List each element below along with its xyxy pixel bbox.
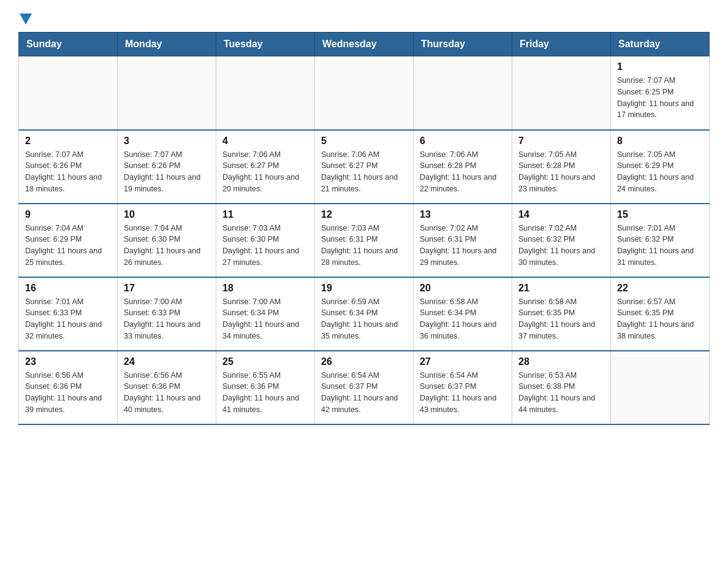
calendar-cell: 6Sunrise: 7:06 AM Sunset: 6:28 PM Daylig… <box>414 130 512 204</box>
day-header-row: SundayMondayTuesdayWednesdayThursdayFrid… <box>19 33 710 56</box>
calendar-week-row: 2Sunrise: 7:07 AM Sunset: 6:26 PM Daylig… <box>19 130 710 204</box>
day-info: Sunrise: 7:02 AM Sunset: 6:32 PM Dayligh… <box>518 223 604 269</box>
day-number: 14 <box>518 209 604 220</box>
calendar-cell: 12Sunrise: 7:03 AM Sunset: 6:31 PM Dayli… <box>315 204 414 277</box>
day-info: Sunrise: 7:06 AM Sunset: 6:27 PM Dayligh… <box>222 149 308 195</box>
day-of-week-header: Tuesday <box>216 33 315 56</box>
day-info: Sunrise: 7:07 AM Sunset: 6:25 PM Dayligh… <box>617 75 703 121</box>
day-number: 15 <box>617 209 703 220</box>
calendar-cell <box>216 56 315 130</box>
day-number: 4 <box>222 136 308 147</box>
calendar-week-row: 23Sunrise: 6:56 AM Sunset: 6:36 PM Dayli… <box>19 351 710 424</box>
calendar-cell: 20Sunrise: 6:58 AM Sunset: 6:34 PM Dayli… <box>414 277 512 351</box>
day-info: Sunrise: 7:04 AM Sunset: 6:29 PM Dayligh… <box>25 223 111 269</box>
day-info: Sunrise: 6:58 AM Sunset: 6:35 PM Dayligh… <box>518 296 604 342</box>
calendar-body: 1Sunrise: 7:07 AM Sunset: 6:25 PM Daylig… <box>19 56 710 424</box>
day-number: 20 <box>420 283 506 294</box>
calendar-cell: 17Sunrise: 7:00 AM Sunset: 6:33 PM Dayli… <box>118 277 216 351</box>
day-number: 5 <box>321 136 407 147</box>
day-info: Sunrise: 7:00 AM Sunset: 6:33 PM Dayligh… <box>124 296 210 342</box>
calendar-cell <box>315 56 414 130</box>
calendar-cell <box>414 56 512 130</box>
day-info: Sunrise: 7:00 AM Sunset: 6:34 PM Dayligh… <box>222 296 308 342</box>
calendar-cell <box>118 56 216 130</box>
day-info: Sunrise: 6:59 AM Sunset: 6:34 PM Dayligh… <box>321 296 407 342</box>
calendar-cell: 23Sunrise: 6:56 AM Sunset: 6:36 PM Dayli… <box>19 351 118 424</box>
day-number: 6 <box>420 136 506 147</box>
day-of-week-header: Wednesday <box>315 33 414 56</box>
calendar-cell: 18Sunrise: 7:00 AM Sunset: 6:34 PM Dayli… <box>216 277 315 351</box>
day-number: 10 <box>124 209 210 220</box>
day-info: Sunrise: 7:01 AM Sunset: 6:32 PM Dayligh… <box>617 223 703 269</box>
day-number: 23 <box>25 356 111 367</box>
day-number: 19 <box>321 283 407 294</box>
day-number: 18 <box>222 283 308 294</box>
calendar-cell: 10Sunrise: 7:04 AM Sunset: 6:30 PM Dayli… <box>118 204 216 277</box>
day-info: Sunrise: 7:03 AM Sunset: 6:31 PM Dayligh… <box>321 223 407 269</box>
day-number: 22 <box>617 283 703 294</box>
day-info: Sunrise: 6:58 AM Sunset: 6:34 PM Dayligh… <box>420 296 506 342</box>
day-number: 17 <box>124 283 210 294</box>
calendar-cell: 11Sunrise: 7:03 AM Sunset: 6:30 PM Dayli… <box>216 204 315 277</box>
day-info: Sunrise: 7:04 AM Sunset: 6:30 PM Dayligh… <box>124 223 210 269</box>
calendar-cell: 27Sunrise: 6:54 AM Sunset: 6:37 PM Dayli… <box>414 351 512 424</box>
calendar-cell: 2Sunrise: 7:07 AM Sunset: 6:26 PM Daylig… <box>19 130 118 204</box>
calendar-cell: 25Sunrise: 6:55 AM Sunset: 6:36 PM Dayli… <box>216 351 315 424</box>
day-number: 2 <box>25 136 111 147</box>
calendar-week-row: 16Sunrise: 7:01 AM Sunset: 6:33 PM Dayli… <box>19 277 710 351</box>
day-number: 24 <box>124 356 210 367</box>
calendar-cell: 28Sunrise: 6:53 AM Sunset: 6:38 PM Dayli… <box>512 351 611 424</box>
day-info: Sunrise: 7:05 AM Sunset: 6:29 PM Dayligh… <box>617 149 703 195</box>
calendar-cell: 7Sunrise: 7:05 AM Sunset: 6:28 PM Daylig… <box>512 130 611 204</box>
day-number: 3 <box>124 136 210 147</box>
day-info: Sunrise: 6:57 AM Sunset: 6:35 PM Dayligh… <box>617 296 703 342</box>
calendar-cell: 26Sunrise: 6:54 AM Sunset: 6:37 PM Dayli… <box>315 351 414 424</box>
day-number: 9 <box>25 209 111 220</box>
day-number: 28 <box>518 356 604 367</box>
day-info: Sunrise: 6:56 AM Sunset: 6:36 PM Dayligh… <box>124 370 210 416</box>
day-of-week-header: Saturday <box>611 33 710 56</box>
day-info: Sunrise: 7:07 AM Sunset: 6:26 PM Dayligh… <box>25 149 111 195</box>
calendar-cell: 3Sunrise: 7:07 AM Sunset: 6:26 PM Daylig… <box>118 130 216 204</box>
calendar-cell <box>19 56 118 130</box>
day-info: Sunrise: 6:53 AM Sunset: 6:38 PM Dayligh… <box>518 370 604 416</box>
day-info: Sunrise: 7:05 AM Sunset: 6:28 PM Dayligh… <box>518 149 604 195</box>
day-of-week-header: Sunday <box>19 33 118 56</box>
logo-triangle-icon <box>20 13 32 26</box>
calendar-cell <box>512 56 611 130</box>
calendar-cell: 22Sunrise: 6:57 AM Sunset: 6:35 PM Dayli… <box>611 277 710 351</box>
calendar-cell: 15Sunrise: 7:01 AM Sunset: 6:32 PM Dayli… <box>611 204 710 277</box>
day-info: Sunrise: 7:02 AM Sunset: 6:31 PM Dayligh… <box>420 223 506 269</box>
day-number: 12 <box>321 209 407 220</box>
day-number: 8 <box>617 136 703 147</box>
calendar-cell: 4Sunrise: 7:06 AM Sunset: 6:27 PM Daylig… <box>216 130 315 204</box>
day-info: Sunrise: 7:01 AM Sunset: 6:33 PM Dayligh… <box>25 296 111 342</box>
day-number: 16 <box>25 283 111 294</box>
calendar-week-row: 9Sunrise: 7:04 AM Sunset: 6:29 PM Daylig… <box>19 204 710 277</box>
day-info: Sunrise: 6:54 AM Sunset: 6:37 PM Dayligh… <box>420 370 506 416</box>
day-number: 7 <box>518 136 604 147</box>
day-of-week-header: Thursday <box>414 33 512 56</box>
day-number: 26 <box>321 356 407 367</box>
day-info: Sunrise: 6:54 AM Sunset: 6:37 PM Dayligh… <box>321 370 407 416</box>
calendar-cell <box>611 351 710 424</box>
calendar-cell: 19Sunrise: 6:59 AM Sunset: 6:34 PM Dayli… <box>315 277 414 351</box>
calendar-cell: 13Sunrise: 7:02 AM Sunset: 6:31 PM Dayli… <box>414 204 512 277</box>
page-header <box>18 12 710 26</box>
day-of-week-header: Friday <box>512 33 611 56</box>
day-info: Sunrise: 7:03 AM Sunset: 6:30 PM Dayligh… <box>222 223 308 269</box>
calendar-cell: 21Sunrise: 6:58 AM Sunset: 6:35 PM Dayli… <box>512 277 611 351</box>
day-info: Sunrise: 6:56 AM Sunset: 6:36 PM Dayligh… <box>25 370 111 416</box>
calendar-cell: 14Sunrise: 7:02 AM Sunset: 6:32 PM Dayli… <box>512 204 611 277</box>
day-number: 11 <box>222 209 308 220</box>
day-number: 13 <box>420 209 506 220</box>
logo <box>18 12 32 26</box>
day-info: Sunrise: 7:06 AM Sunset: 6:27 PM Dayligh… <box>321 149 407 195</box>
calendar-cell: 8Sunrise: 7:05 AM Sunset: 6:29 PM Daylig… <box>611 130 710 204</box>
day-info: Sunrise: 6:55 AM Sunset: 6:36 PM Dayligh… <box>222 370 308 416</box>
calendar-cell: 5Sunrise: 7:06 AM Sunset: 6:27 PM Daylig… <box>315 130 414 204</box>
day-number: 25 <box>222 356 308 367</box>
calendar-table: SundayMondayTuesdayWednesdayThursdayFrid… <box>18 32 710 425</box>
day-of-week-header: Monday <box>118 33 216 56</box>
calendar-cell: 1Sunrise: 7:07 AM Sunset: 6:25 PM Daylig… <box>611 56 710 130</box>
